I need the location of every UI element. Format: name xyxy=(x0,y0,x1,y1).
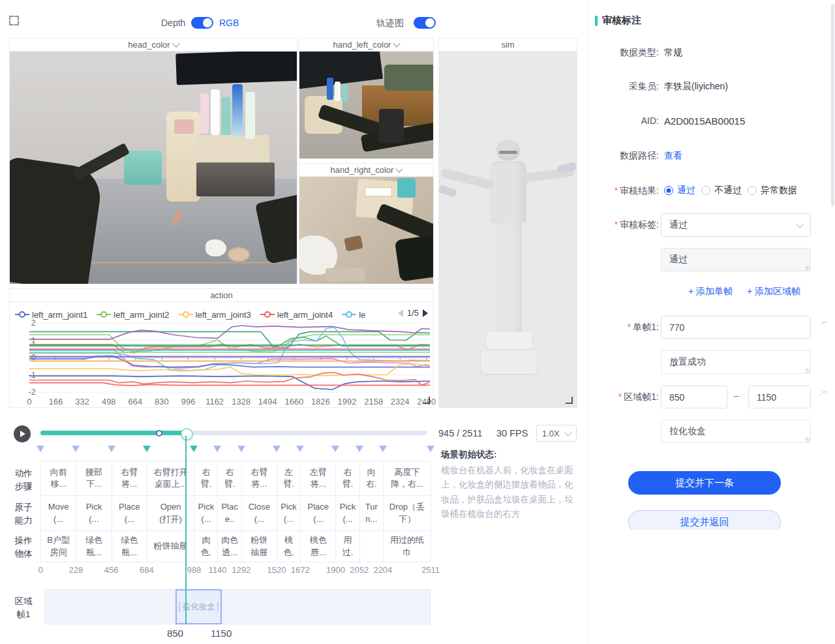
sim-viewport[interactable] xyxy=(439,52,577,408)
play-button[interactable] xyxy=(14,425,31,442)
result-radio-option[interactable]: 不通过 xyxy=(701,185,742,196)
legend-series-label: left_arm_joint1 xyxy=(32,310,87,320)
hand-right-header[interactable]: hand_right_color xyxy=(299,164,433,177)
skill-cell[interactable]: Drop（丢 下） xyxy=(384,496,431,530)
step-cell[interactable]: 向 右. xyxy=(360,461,384,495)
skill-cell[interactable]: Tur n... xyxy=(360,496,384,530)
step-cell[interactable]: 左臂 将... xyxy=(301,461,336,495)
object-cell[interactable]: 绿色 瓶... xyxy=(112,531,147,562)
step-boundary-marker[interactable] xyxy=(427,446,434,452)
skill-cell[interactable]: Pick (... xyxy=(277,496,301,530)
step-cell[interactable]: 右 臂. xyxy=(336,461,359,495)
step-cell[interactable]: 左 臂. xyxy=(277,461,301,495)
resize-grip-icon[interactable] xyxy=(804,367,810,373)
object-cell[interactable] xyxy=(360,531,384,562)
depth-rgb-toggle[interactable] xyxy=(191,17,213,29)
step-boundary-marker[interactable] xyxy=(37,446,44,452)
hand-left-header[interactable]: hand_left_color xyxy=(299,38,433,52)
step-cell[interactable]: 右臂打开 桌面上... xyxy=(147,461,194,495)
object-cell[interactable]: 桃 色. xyxy=(277,531,301,562)
legend-item[interactable]: left_arm_joint2 xyxy=(97,310,169,320)
object-cell[interactable]: 肉 色. xyxy=(194,531,218,562)
result-radio-option[interactable]: 通过 xyxy=(664,185,695,196)
object-cell[interactable]: 桃色 唇... xyxy=(301,531,336,562)
speed-select[interactable]: 1.0X xyxy=(536,425,577,442)
data-path-link[interactable]: 查看 xyxy=(664,150,682,162)
step-cell[interactable]: 右臂 将... xyxy=(242,461,277,495)
object-cell[interactable]: 肉色 透... xyxy=(218,531,241,562)
skill-cell[interactable]: Pick (... xyxy=(194,496,218,530)
radio-icon[interactable] xyxy=(664,186,673,195)
submit-next-button[interactable]: 提交并下一条 xyxy=(628,471,781,495)
object-cell[interactable]: 粉饼 抽屉 xyxy=(242,531,277,562)
step-boundary-marker[interactable] xyxy=(237,446,245,452)
step-cell[interactable]: 右 臂. xyxy=(218,461,241,495)
skill-cell[interactable]: Close (... xyxy=(242,496,277,530)
legend-item[interactable]: left_arm_joint3 xyxy=(179,310,251,320)
step-boundary-marker[interactable] xyxy=(379,446,387,452)
skill-cell[interactable]: Open (打开) xyxy=(147,496,194,530)
resize-handle-icon[interactable] xyxy=(566,397,573,404)
step-cell[interactable]: 腰部 下... xyxy=(76,461,112,495)
object-cell[interactable]: B户型 房间 xyxy=(41,531,76,562)
tag-select[interactable]: 通过 xyxy=(661,213,811,237)
step-boundary-marker[interactable] xyxy=(296,446,304,452)
radio-icon[interactable] xyxy=(748,186,757,195)
region-track[interactable]: 拉化妆盒 xyxy=(44,589,431,624)
resize-handle-icon[interactable] xyxy=(423,397,430,404)
skill-cell[interactable]: Plac e.. xyxy=(218,496,241,530)
step-boundary-marker[interactable] xyxy=(108,446,115,452)
step-boundary-marker[interactable] xyxy=(72,446,80,452)
step-cell[interactable]: 右臂 将... xyxy=(112,461,147,495)
playback-handle[interactable] xyxy=(181,428,193,440)
region-start-input[interactable] xyxy=(661,386,727,408)
organizer-item xyxy=(174,119,194,134)
sim-header: sim xyxy=(439,38,577,52)
object-cell[interactable]: 用 过. xyxy=(336,531,359,562)
result-radio-option[interactable]: 异常数据 xyxy=(748,185,797,196)
step-boundary-marker[interactable] xyxy=(331,446,339,452)
skill-cell[interactable]: Place (... xyxy=(112,496,147,530)
step-cell[interactable]: 右 臂. xyxy=(194,461,218,495)
legend-item[interactable]: left_arm_joint4 xyxy=(260,310,333,320)
submit-back-button[interactable]: 提交并返回 xyxy=(628,510,781,530)
skill-cell[interactable]: Place (... xyxy=(301,496,336,530)
teal-item xyxy=(397,178,416,198)
resize-grip-icon[interactable] xyxy=(804,437,810,442)
resize-grip-icon[interactable] xyxy=(804,265,810,271)
add-single-frame-link[interactable]: + 添加单帧 xyxy=(688,286,733,298)
step-boundary-marker[interactable] xyxy=(273,446,281,452)
step-boundary-marker[interactable] xyxy=(143,446,151,452)
skill-cell[interactable]: Pick (... xyxy=(76,496,112,530)
region-frame-note[interactable]: 拉化妆盒 xyxy=(661,420,811,443)
single-frame-note[interactable]: 放置成功 xyxy=(661,350,811,374)
skill-cell[interactable]: Move (... xyxy=(41,496,76,530)
step-boundary-marker[interactable] xyxy=(190,446,198,452)
single-frame-input[interactable] xyxy=(661,316,811,339)
legend-next-icon[interactable] xyxy=(423,309,428,317)
step-cell[interactable]: 高度下 降，右... xyxy=(384,461,431,495)
trajectory-toggle[interactable] xyxy=(414,17,436,29)
step-boundary-marker[interactable] xyxy=(356,446,363,452)
playhead-line[interactable] xyxy=(185,436,187,624)
region-end-input[interactable] xyxy=(748,386,811,408)
fullscreen-icon[interactable] xyxy=(9,16,19,25)
scrollbar-thumb[interactable] xyxy=(831,4,834,206)
region-segment[interactable]: 拉化妆盒 xyxy=(175,589,222,624)
step-cell[interactable]: 向前 移... xyxy=(41,461,76,495)
comment-textarea[interactable]: 通过 xyxy=(661,248,811,271)
object-cell[interactable]: 用过的纸 巾 xyxy=(384,531,431,562)
segment-left-handle[interactable] xyxy=(179,602,180,612)
legend-prev-icon[interactable] xyxy=(398,309,403,317)
region-start-label: 850 xyxy=(167,628,183,639)
skill-cell[interactable]: Pick (... xyxy=(336,496,359,530)
object-cell[interactable]: 粉饼抽屉 xyxy=(147,531,194,562)
legend-item[interactable]: le xyxy=(342,310,365,320)
segment-right-handle[interactable] xyxy=(217,602,219,612)
head-camera-header[interactable]: head_color xyxy=(10,38,297,52)
single-frame-dot[interactable] xyxy=(156,430,162,437)
step-boundary-marker[interactable] xyxy=(213,446,221,452)
object-cell[interactable]: 绿色 瓶... xyxy=(76,531,112,562)
add-region-frame-link[interactable]: + 添加区域帧 xyxy=(747,286,800,298)
radio-icon[interactable] xyxy=(701,186,710,195)
